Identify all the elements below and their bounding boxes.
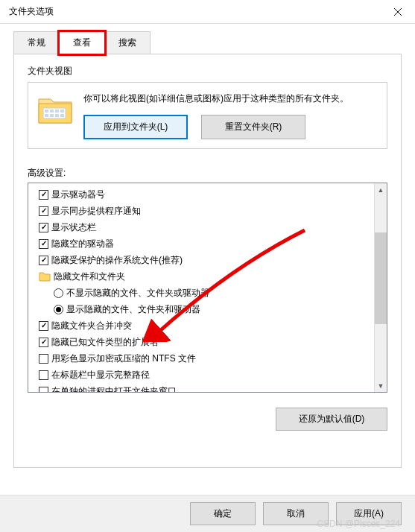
checkbox[interactable] [39, 190, 48, 200]
folder-view-group: 你可以将此视图(如详细信息或图标)应用于这种类型的所有文件夹。 应用到文件夹(L… [28, 82, 387, 149]
tree-item[interactable]: 在标题栏中显示完整路径 [31, 367, 371, 383]
checkbox[interactable] [39, 321, 48, 331]
reset-folders-button[interactable]: 重置文件夹(R) [201, 115, 305, 139]
close-button[interactable] [381, 0, 415, 24]
tab-search[interactable]: 搜索 [104, 31, 151, 54]
advanced-settings-label: 高级设置: [28, 167, 387, 180]
tree-item-label: 在单独的进程中打开文件夹窗口 [51, 385, 177, 393]
dialog-body: 常规 查看 搜索 文件夹视图 你可以将此视图(如详细信息或图标)应用于这种类型的… [0, 24, 415, 468]
checkbox[interactable] [39, 354, 48, 364]
scroll-thumb[interactable] [375, 232, 387, 324]
checkbox[interactable] [39, 370, 48, 380]
tree-item[interactable]: 显示驱动器号 [31, 186, 371, 203]
tree-item-label: 显示同步提供程序通知 [51, 205, 141, 218]
cancel-button[interactable]: 取消 [263, 502, 329, 525]
folder-icon [37, 93, 73, 126]
tree-item[interactable]: 显示同步提供程序通知 [31, 203, 371, 219]
tree-item-label: 显示状态栏 [51, 221, 96, 234]
tree-item[interactable]: 隐藏已知文件类型的扩展名 [31, 334, 371, 350]
scroll-track[interactable] [375, 196, 387, 379]
tree-item[interactable]: 隐藏受保护的操作系统文件(推荐) [31, 252, 371, 268]
checkbox[interactable] [39, 206, 48, 216]
radio[interactable] [54, 305, 63, 314]
dialog-button-bar: 确定 取消 应用(A) [0, 495, 415, 532]
svg-rect-8 [60, 114, 64, 117]
titlebar: 文件夹选项 [0, 0, 415, 24]
svg-rect-2 [50, 110, 54, 113]
tree-item-label: 显示隐藏的文件、文件夹和驱动器 [66, 303, 200, 316]
tab-general[interactable]: 常规 [13, 31, 60, 54]
apply-to-folders-button[interactable]: 应用到文件夹(L) [83, 115, 188, 139]
svg-rect-3 [55, 110, 59, 113]
folder-icon [39, 271, 51, 282]
tree-item-label: 隐藏文件夹合并冲突 [51, 320, 132, 332]
checkbox[interactable] [39, 256, 48, 265]
tree-item[interactable]: 显示状态栏 [31, 219, 371, 235]
tree-item-label: 显示驱动器号 [51, 189, 105, 201]
folder-view-text: 你可以将此视图(如详细信息或图标)应用于这种类型的所有文件夹。 应用到文件夹(L… [83, 92, 378, 139]
scrollbar-vertical[interactable]: ▲ ▼ [374, 183, 387, 392]
tree-item-label: 用彩色显示加密或压缩的 NTFS 文件 [51, 352, 196, 365]
svg-rect-7 [55, 114, 59, 117]
folder-view-label: 文件夹视图 [28, 65, 387, 77]
svg-rect-1 [45, 110, 48, 113]
tree-item-label: 隐藏空的驱动器 [51, 238, 114, 250]
tree-item[interactable]: 用彩色显示加密或压缩的 NTFS 文件 [31, 350, 371, 367]
advanced-settings-list: 显示驱动器号显示同步提供程序通知显示状态栏隐藏空的驱动器隐藏受保护的操作系统文件… [28, 183, 387, 393]
tree-item-label: 不显示隐藏的文件、文件夹或驱动器 [66, 287, 209, 300]
folder-view-description: 你可以将此视图(如详细信息或图标)应用于这种类型的所有文件夹。 [83, 92, 378, 106]
window-title: 文件夹选项 [9, 5, 54, 18]
tree-item[interactable]: 隐藏空的驱动器 [31, 235, 371, 252]
tree-item-label: 在标题栏中显示完整路径 [51, 369, 150, 381]
checkbox[interactable] [39, 338, 48, 347]
scroll-down-button[interactable]: ▼ [375, 379, 387, 392]
tree-item[interactable]: 显示隐藏的文件、文件夹和驱动器 [31, 301, 371, 317]
svg-rect-4 [60, 110, 64, 113]
tree-item-label: 隐藏已知文件类型的扩展名 [51, 336, 159, 349]
tab-panel-view: 文件夹视图 你可以将此视图(如详细信息或图标)应用于这种类型的所有文件夹。 应用… [13, 54, 402, 468]
tree-item-label: 隐藏文件和文件夹 [54, 270, 125, 283]
restore-defaults-button[interactable]: 还原为默认值(D) [276, 408, 387, 431]
apply-button[interactable]: 应用(A) [336, 502, 402, 525]
tree-item[interactable]: 不显示隐藏的文件、文件夹或驱动器 [31, 285, 371, 301]
svg-rect-5 [45, 114, 48, 117]
svg-rect-6 [50, 114, 54, 117]
tree-item[interactable]: 隐藏文件和文件夹 [31, 268, 371, 285]
tree-item[interactable]: 在单独的进程中打开文件夹窗口 [31, 383, 371, 392]
ok-button[interactable]: 确定 [190, 502, 256, 525]
folder-view-buttons: 应用到文件夹(L) 重置文件夹(R) [83, 115, 378, 139]
checkbox[interactable] [39, 223, 48, 232]
close-icon [394, 8, 402, 16]
checkbox[interactable] [39, 387, 48, 393]
scroll-up-button[interactable]: ▲ [375, 183, 387, 196]
radio[interactable] [54, 288, 63, 298]
tree-item[interactable]: 隐藏文件夹合并冲突 [31, 317, 371, 334]
advanced-tree[interactable]: 显示驱动器号显示同步提供程序通知显示状态栏隐藏空的驱动器隐藏受保护的操作系统文件… [28, 183, 374, 392]
tree-item-label: 隐藏受保护的操作系统文件(推荐) [51, 254, 183, 267]
tab-strip: 常规 查看 搜索 [13, 31, 402, 54]
checkbox[interactable] [39, 239, 48, 249]
restore-defaults-row: 还原为默认值(D) [28, 408, 387, 431]
tab-view[interactable]: 查看 [59, 31, 105, 54]
